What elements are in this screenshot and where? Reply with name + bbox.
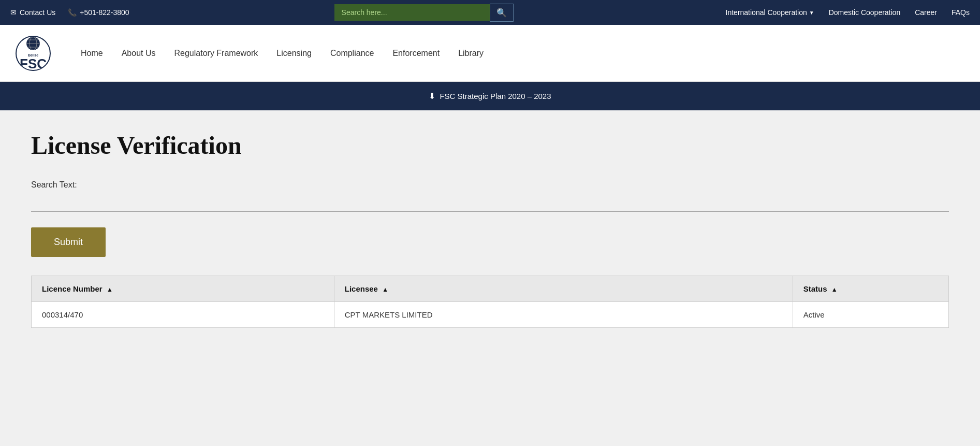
domestic-coop-label: Domestic Cooperation bbox=[829, 8, 901, 17]
search-text-label: Search Text: bbox=[31, 180, 949, 190]
phone-number: +501-822-3800 bbox=[80, 8, 129, 17]
cell-status: Active bbox=[793, 302, 948, 328]
intl-coop-label: International Cooperation bbox=[726, 8, 807, 17]
search-button[interactable]: 🔍 bbox=[490, 4, 514, 22]
page-title: License Verification bbox=[31, 131, 949, 160]
strategic-plan-banner[interactable]: ⬇ FSC Strategic Plan 2020 – 2023 bbox=[0, 82, 980, 110]
nav-item-home[interactable]: Home bbox=[71, 49, 112, 58]
library-link[interactable]: Library bbox=[449, 49, 493, 58]
contact-us-link[interactable]: ✉ Contact Us bbox=[10, 8, 55, 17]
search-input[interactable] bbox=[334, 4, 490, 21]
table-body: 000314/470 CPT MARKETS LIMITED Active bbox=[32, 302, 949, 328]
search-area: 🔍 bbox=[140, 4, 715, 22]
licensing-link[interactable]: Licensing bbox=[267, 49, 321, 58]
logo: Belize FSC bbox=[16, 36, 51, 71]
intl-coop-link[interactable]: International Cooperation ▼ bbox=[726, 8, 814, 17]
top-bar: ✉ Contact Us 📞 +501-822-3800 🔍 Internati… bbox=[0, 0, 980, 25]
table-header-row: Licence Number ▲ Licensee ▲ Status ▲ bbox=[32, 276, 949, 302]
top-bar-left: ✉ Contact Us 📞 +501-822-3800 bbox=[10, 8, 129, 17]
col-header-status[interactable]: Status ▲ bbox=[793, 276, 948, 302]
table-header: Licence Number ▲ Licensee ▲ Status ▲ bbox=[32, 276, 949, 302]
nav-item-about[interactable]: About Us bbox=[112, 49, 165, 58]
banner-text: FSC Strategic Plan 2020 – 2023 bbox=[440, 92, 551, 100]
sort-arrow-status: ▲ bbox=[831, 286, 838, 293]
sort-arrow-license: ▲ bbox=[107, 286, 113, 293]
page-content: License Verification Search Text: Submit… bbox=[0, 110, 980, 369]
about-link[interactable]: About Us bbox=[112, 49, 165, 58]
col-header-license[interactable]: Licence Number ▲ bbox=[32, 276, 334, 302]
col-header-licensee[interactable]: Licensee ▲ bbox=[334, 276, 793, 302]
license-search-input[interactable] bbox=[31, 194, 949, 212]
logo-fsc-text: FSC bbox=[20, 57, 47, 70]
enforcement-link[interactable]: Enforcement bbox=[383, 49, 449, 58]
nav-item-regulatory[interactable]: Regulatory Framework bbox=[165, 49, 268, 58]
faqs-label: FAQs bbox=[952, 8, 970, 17]
globe-icon bbox=[26, 36, 40, 51]
results-table: Licence Number ▲ Licensee ▲ Status ▲ 000… bbox=[31, 276, 949, 328]
domestic-coop-link[interactable]: Domestic Cooperation bbox=[829, 8, 901, 17]
chevron-down-icon: ▼ bbox=[809, 10, 814, 16]
top-bar-right: International Cooperation ▼ Domestic Coo… bbox=[726, 8, 970, 17]
faqs-link[interactable]: FAQs bbox=[952, 8, 970, 17]
submit-button[interactable]: Submit bbox=[31, 227, 106, 257]
home-link[interactable]: Home bbox=[71, 49, 112, 58]
sort-arrow-licensee: ▲ bbox=[382, 286, 388, 293]
cell-license-number: 000314/470 bbox=[32, 302, 334, 328]
download-icon: ⬇ bbox=[429, 91, 435, 101]
phone-icon: 📞 bbox=[68, 8, 77, 17]
table-row: 000314/470 CPT MARKETS LIMITED Active bbox=[32, 302, 949, 328]
contact-us-label: Contact Us bbox=[20, 8, 55, 17]
phone-link[interactable]: 📞 +501-822-3800 bbox=[68, 8, 129, 17]
cell-licensee: CPT MARKETS LIMITED bbox=[334, 302, 793, 328]
main-nav: Belize FSC Home About Us Regulatory Fram… bbox=[0, 25, 980, 82]
career-label: Career bbox=[915, 8, 937, 17]
search-section: Search Text: bbox=[31, 180, 949, 227]
nav-item-library[interactable]: Library bbox=[449, 49, 493, 58]
career-link[interactable]: Career bbox=[915, 8, 937, 17]
compliance-link[interactable]: Compliance bbox=[321, 49, 383, 58]
logo-link[interactable]: Belize FSC bbox=[16, 36, 51, 71]
regulatory-link[interactable]: Regulatory Framework bbox=[165, 49, 268, 58]
nav-item-compliance[interactable]: Compliance bbox=[321, 49, 383, 58]
nav-links: Home About Us Regulatory Framework Licen… bbox=[71, 49, 493, 58]
nav-item-enforcement[interactable]: Enforcement bbox=[383, 49, 449, 58]
nav-item-licensing[interactable]: Licensing bbox=[267, 49, 321, 58]
search-wrap: 🔍 bbox=[334, 4, 521, 22]
email-icon: ✉ bbox=[10, 8, 17, 17]
